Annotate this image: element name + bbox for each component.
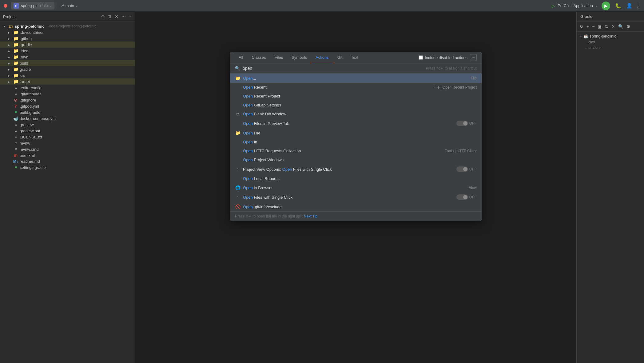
toggle-switch[interactable] <box>456 121 468 126</box>
tab-classes[interactable]: Classes <box>248 52 269 63</box>
result-open-recent[interactable]: Open Recent File | Open Recent Project <box>230 83 482 92</box>
result-project-view-options[interactable]: ↕ Project View Options: Open Files with … <box>230 164 482 174</box>
toggle-switch[interactable] <box>456 194 468 200</box>
tree-item-gradle[interactable]: 📁 gradle <box>0 66 135 72</box>
locate-icon[interactable]: ⊕ <box>101 14 105 20</box>
result-badge: Tools | HTTP Client <box>445 149 477 153</box>
close-sidebar-icon[interactable]: ✕ <box>114 14 119 20</box>
tree-item-target[interactable]: 📁 target <box>0 78 135 85</box>
run-button[interactable]: ▶ <box>602 2 610 10</box>
gradle-project-item[interactable]: ⌄ ☕ spring-petclinic <box>577 33 644 39</box>
toggle-area: OFF <box>456 194 477 200</box>
settings-icon[interactable]: ⋯ <box>121 14 126 20</box>
tab-files[interactable]: Files <box>271 52 287 63</box>
tree-item-mvnwcmd[interactable]: ≡ mvnw.cmd <box>0 146 135 152</box>
folder-icon: 📁 <box>13 79 18 84</box>
execute-icon[interactable]: ▣ <box>597 23 602 30</box>
branch-selector[interactable]: ⎇ main ⌄ <box>58 3 80 9</box>
titlebar-right-icons: 👤 ⋮ <box>626 3 640 9</box>
result-highlight: Open <box>243 158 253 162</box>
tree-item-github[interactable]: 📁 .github <box>0 35 135 42</box>
debug-button[interactable]: 🐛 <box>614 2 622 10</box>
tree-item-mvnw[interactable]: ≡ mvnw <box>0 140 135 146</box>
result-highlight: Open <box>282 167 292 172</box>
tree-item-settings[interactable]: ≡ settings.gradle <box>0 164 135 170</box>
footer-link[interactable]: Next Tip <box>304 214 317 218</box>
search-tab-more-btn[interactable]: ⋯ <box>470 54 477 61</box>
tree-item-src[interactable]: 📁 src <box>0 72 135 78</box>
tree-item-build[interactable]: 📁 build <box>0 60 135 66</box>
gradle-title: Gradle <box>577 12 644 22</box>
tree-item-pom[interactable]: m pom.xml <box>0 152 135 158</box>
tree-item-gitignore[interactable]: ⊘ .gitignore <box>0 97 135 103</box>
toggle-icon: ↕ <box>235 195 241 199</box>
minimize-icon[interactable]: − <box>128 14 132 20</box>
result-open-files-preview[interactable]: Open Files in Preview Tab OFF <box>230 118 482 128</box>
result-badge: View <box>469 185 477 190</box>
gradle-file-icon: ≡ <box>13 165 18 170</box>
result-open-project-windows[interactable]: Open Project Windows <box>230 155 482 164</box>
gradle-tree: ⌄ ☕ spring-petclinic ...cies ...urations <box>577 32 644 363</box>
include-disabled-checkbox[interactable] <box>419 55 423 60</box>
tree-label: pom.xml <box>20 153 35 158</box>
toggle-switch[interactable] <box>456 166 468 172</box>
result-open-recent-project[interactable]: Open Recent Project <box>230 92 482 101</box>
result-open-file[interactable]: 📁 Open File <box>230 128 482 138</box>
add-icon[interactable]: + <box>586 23 590 30</box>
toggle-label: OFF <box>469 121 477 126</box>
tree-item-docker[interactable]: 🐋 docker-compose.yml <box>0 115 135 122</box>
search-tabs: All Classes Files Symbols Actions Git Te… <box>230 52 482 63</box>
close-icon[interactable]: ✕ <box>611 23 616 30</box>
project-selector[interactable]: S spring-petclinic ⌄ <box>11 2 54 10</box>
tree-item-gradlewbat[interactable]: ≡ gradlew.bat <box>0 128 135 134</box>
tab-git[interactable]: Git <box>334 52 346 63</box>
file-icon: ≡ <box>13 91 18 96</box>
tree-label: .gitattributes <box>20 92 42 96</box>
tree-item-readme[interactable]: M↓ readme.md <box>0 158 135 164</box>
remove-icon[interactable]: − <box>591 23 595 30</box>
browser-icon: 🌐 <box>235 185 241 190</box>
collapse-expand-icon[interactable]: ⇅ <box>107 14 112 20</box>
tree-item-buildgradle[interactable]: ≡ build.gradle <box>0 109 135 115</box>
tab-text[interactable]: Text <box>347 52 362 63</box>
result-open-files-single-click[interactable]: ↕ Open Files with Single Click OFF <box>230 192 482 202</box>
result-open-http[interactable]: Open HTTP Requests Collection Tools | HT… <box>230 146 482 155</box>
branch-chevron-icon: ⌄ <box>75 4 78 7</box>
result-open-blank-diff[interactable]: ⇄ Open Blank Diff Window <box>230 110 482 118</box>
tab-all[interactable]: All <box>235 52 247 63</box>
result-highlight: Open <box>243 140 253 144</box>
chevron-right-icon <box>8 55 12 59</box>
result-name: Open Recent Project <box>243 94 477 98</box>
tree-item-gradlew[interactable]: ≡ gradlew <box>0 122 135 128</box>
tree-root-label: spring-petclinic <box>15 24 45 29</box>
tree-item-root[interactable]: 🗂 spring-petclinic ~/IdeaProjects/spring… <box>0 23 135 29</box>
gradle-sub-1: ...cies <box>577 39 644 45</box>
chevron-right-icon <box>8 68 12 71</box>
refresh-icon[interactable]: ↻ <box>579 23 584 30</box>
tree-item-idea[interactable]: 📁 .idea <box>0 48 135 54</box>
expand-icon[interactable]: ⇅ <box>604 23 609 30</box>
more-options-icon[interactable]: ⋮ <box>635 3 640 9</box>
result-open-in[interactable]: Open In <box>230 138 482 146</box>
search-gradle-icon[interactable]: 🔍 <box>618 23 624 30</box>
folder-icon: 📁 <box>13 61 18 66</box>
result-open-dots[interactable]: 📁 Open... File <box>230 74 482 83</box>
profile-icon[interactable]: 👤 <box>626 3 632 9</box>
tree-item-devcontainer[interactable]: 📁 .devcontainer <box>0 29 135 35</box>
tree-item-editorconfig[interactable]: ≡ .editorconfig <box>0 85 135 91</box>
result-open-in-browser[interactable]: 🌐 Open in Browser View <box>230 183 482 192</box>
search-input[interactable] <box>243 66 423 71</box>
tab-actions[interactable]: Actions <box>312 52 332 63</box>
window-close-dot[interactable] <box>4 4 7 8</box>
tree-item-mvn[interactable]: 📁 .mvn <box>0 54 135 60</box>
tab-symbols[interactable]: Symbols <box>288 52 311 63</box>
settings-gradle-icon[interactable]: ⚙ <box>626 23 631 30</box>
tree-item-gitpod[interactable]: Y .gitpod.yml <box>0 103 135 109</box>
result-open-gitlab[interactable]: Open GitLab Settings <box>230 101 482 110</box>
tree-item-gradle-hidden[interactable]: 📁 .gradle <box>0 42 135 48</box>
content-area: All Classes Files Symbols Actions Git Te… <box>135 12 576 363</box>
result-open-gitinfo[interactable]: 🚫 Open .git/info/exclude <box>230 202 482 211</box>
tree-item-gitattributes[interactable]: ≡ .gitattributes <box>0 91 135 97</box>
tree-item-license[interactable]: ≡ LICENSE.txt <box>0 134 135 140</box>
result-open-local-report[interactable]: Open Local Report... <box>230 174 482 183</box>
